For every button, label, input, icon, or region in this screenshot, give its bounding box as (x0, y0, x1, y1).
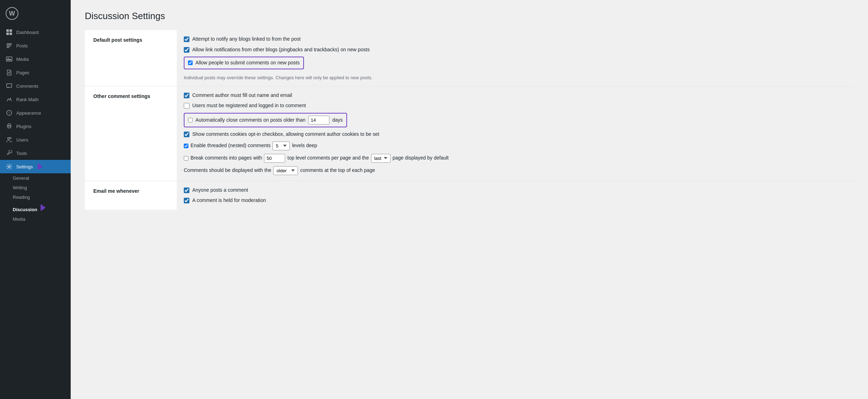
sub-item-general[interactable]: General (0, 173, 71, 183)
checkbox-break-pages[interactable] (184, 156, 188, 161)
svg-point-12 (8, 138, 10, 139)
checkbox-registered-only[interactable] (184, 103, 189, 109)
sub-item-reading[interactable]: Reading (0, 192, 71, 202)
sidebar-item-label: Posts (16, 43, 28, 48)
setting-notify-blogs: Attempt to notify any blogs linked to fr… (184, 36, 847, 43)
setting-break-pages: Break comments into pages with top level… (184, 154, 847, 163)
threaded-suffix: levels deep (292, 142, 317, 149)
sidebar-item-media[interactable]: Media (0, 52, 71, 66)
break-pages-suffix1: top level comments per page and the (287, 155, 369, 162)
display-order-suffix: comments at the top of each page (300, 167, 375, 174)
checkbox-anyone-posts[interactable] (184, 187, 189, 193)
section-heading-email: Email me whenever (85, 181, 177, 210)
svg-rect-5 (10, 33, 12, 35)
settings-arrow (38, 163, 43, 170)
svg-text:W: W (9, 10, 15, 17)
label-registered-only: Users must be registered and logged in t… (192, 102, 306, 109)
checkbox-comment-moderation[interactable] (184, 198, 189, 203)
sidebar-item-label: Media (16, 57, 29, 62)
setting-cookies-opt-in: Show comments cookies opt-in checkbox, a… (184, 131, 847, 138)
auto-close-days-input[interactable] (308, 116, 329, 125)
sidebar-item-rank-math[interactable]: Rank Math (0, 93, 71, 106)
rank-math-icon (6, 96, 13, 103)
dashboard-icon (6, 29, 13, 36)
label-auto-close: Automatically close comments on posts ol… (195, 117, 305, 124)
page-order-select[interactable]: last first (371, 154, 391, 163)
settings-submenu: General Writing Reading Discussion Media (0, 173, 71, 224)
highlight-allow-comments: Allow people to submit comments on new p… (184, 57, 304, 69)
threaded-levels-select[interactable]: 2 3 4 5 6 7 8 9 10 (272, 141, 290, 150)
per-page-input[interactable] (264, 154, 285, 163)
section-content-default: Attempt to notify any blogs linked to fr… (177, 30, 854, 86)
setting-author-name-email: Comment author must fill out name and em… (184, 92, 847, 99)
sidebar-item-users[interactable]: Users (0, 133, 71, 146)
section-content-email: Anyone posts a comment A comment is held… (177, 181, 854, 210)
sidebar-item-label: Comments (16, 83, 39, 89)
label-break-pages: Break comments into pages with (190, 155, 262, 162)
label-allow-pingbacks: Allow link notifications from other blog… (192, 46, 370, 53)
sidebar-item-tools[interactable]: Tools (0, 146, 71, 160)
svg-point-13 (10, 137, 11, 139)
default-post-note: Individual posts may override these sett… (184, 75, 847, 80)
sub-item-writing[interactable]: Writing (0, 183, 71, 192)
discussion-arrow (41, 204, 46, 211)
plugins-icon (6, 123, 13, 130)
sidebar-item-label: Plugins (16, 124, 31, 129)
checkbox-author-name-email[interactable] (184, 93, 189, 98)
label-author-name-email: Comment author must fill out name and em… (192, 92, 292, 99)
checkbox-allow-comments[interactable] (188, 60, 193, 65)
label-anyone-posts: Anyone posts a comment (192, 187, 248, 194)
display-order-select[interactable]: older newer (273, 166, 298, 175)
sidebar-item-label: Settings (16, 164, 33, 169)
section-heading-other: Other comment settings (85, 86, 177, 181)
sidebar-item-dashboard[interactable]: Dashboard (0, 25, 71, 39)
label-notify-blogs: Attempt to notify any blogs linked to fr… (192, 36, 301, 43)
settings-icon (6, 163, 13, 170)
checkbox-allow-pingbacks[interactable] (184, 47, 189, 53)
label-display-order: Comments should be displayed with the (184, 167, 271, 174)
checkbox-auto-close[interactable] (188, 118, 193, 122)
svg-rect-4 (6, 33, 9, 35)
label-allow-comments: Allow people to submit comments on new p… (195, 59, 300, 66)
setting-registered-only: Users must be registered and logged in t… (184, 102, 847, 109)
svg-rect-11 (8, 124, 10, 126)
sidebar-item-plugins[interactable]: Plugins (0, 120, 71, 133)
sidebar-logo: W (0, 3, 71, 25)
sidebar-item-label: Appearance (16, 110, 41, 116)
sidebar-item-posts[interactable]: Posts (0, 39, 71, 52)
break-pages-suffix2: page displayed by default (393, 155, 449, 162)
setting-allow-pingbacks: Allow link notifications from other blog… (184, 46, 847, 53)
setting-comment-moderation: A comment is held for moderation (184, 197, 847, 204)
svg-rect-3 (10, 29, 12, 32)
users-icon (6, 136, 13, 143)
checkbox-notify-blogs[interactable] (184, 36, 189, 42)
sidebar-item-pages[interactable]: Pages (0, 66, 71, 79)
svg-rect-2 (6, 29, 9, 32)
sidebar-item-label: Pages (16, 70, 29, 75)
section-default-post-settings: Default post settings Attempt to notify … (85, 30, 854, 86)
sidebar-item-label: Rank Math (16, 97, 39, 102)
section-email-whenever: Email me whenever Anyone posts a comment… (85, 181, 854, 210)
sidebar-item-label: Tools (16, 151, 27, 156)
section-content-other: Comment author must fill out name and em… (177, 86, 854, 181)
section-other-comment-settings: Other comment settings Comment author mu… (85, 86, 854, 181)
checkbox-cookies-opt-in[interactable] (184, 132, 189, 137)
settings-table: Default post settings Attempt to notify … (85, 30, 854, 210)
sub-item-discussion[interactable]: Discussion (0, 202, 71, 214)
label-cookies-opt-in: Show comments cookies opt-in checkbox, a… (192, 131, 379, 138)
main-content: Discussion Settings Default post setting… (71, 0, 868, 399)
highlight-auto-close: Automatically close comments on posts ol… (184, 113, 347, 127)
page-title: Discussion Settings (85, 11, 854, 22)
sidebar: W Dashboard Posts Media Pages Comments (0, 0, 71, 399)
section-heading-default: Default post settings (85, 30, 177, 86)
appearance-icon (6, 109, 13, 116)
sub-item-media[interactable]: Media (0, 214, 71, 224)
setting-display-order: Comments should be displayed with the ol… (184, 166, 847, 175)
sidebar-item-settings[interactable]: Settings (0, 160, 71, 173)
sidebar-item-appearance[interactable]: Appearance (0, 106, 71, 120)
sidebar-item-comments[interactable]: Comments (0, 79, 71, 93)
tools-icon (6, 150, 13, 157)
checkbox-threaded[interactable] (184, 144, 188, 148)
setting-anyone-posts: Anyone posts a comment (184, 187, 847, 194)
comments-icon (6, 82, 13, 89)
